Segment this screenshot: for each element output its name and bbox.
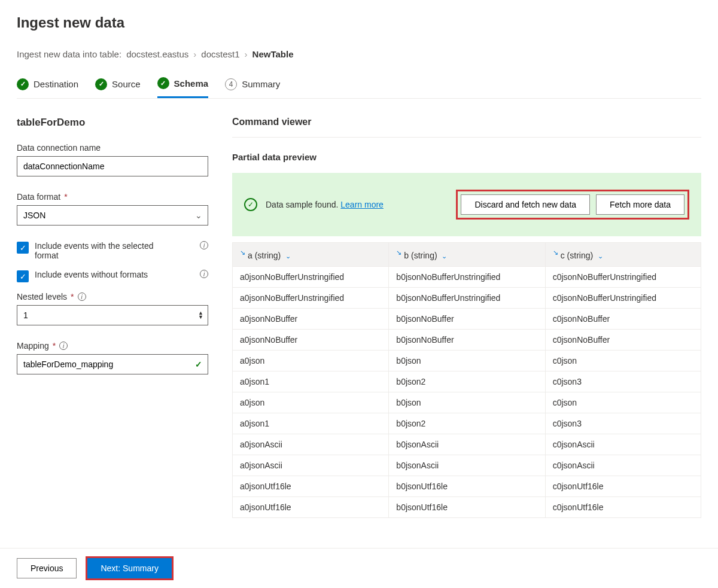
data-format-select[interactable]: [17, 205, 208, 226]
discard-fetch-button[interactable]: Discard and fetch new data: [461, 194, 590, 215]
table-cell: b0json: [389, 350, 545, 371]
data-preview-table: ↘a (string) ⌄↘b (string) ⌄↘c (string) ⌄ …: [232, 242, 701, 518]
table-cell: b0json: [389, 392, 545, 413]
checkbox-label: Include events with the selected format: [35, 241, 172, 260]
include-selected-format-checkbox[interactable]: Include events with the selected format …: [17, 241, 208, 260]
column-header[interactable]: ↘b (string) ⌄: [389, 243, 545, 267]
highlighted-actions: Discard and fetch new data Fetch more da…: [456, 190, 689, 220]
table-row: a0jsonAsciib0jsonAsciic0jsonAscii: [233, 434, 701, 455]
include-without-format-checkbox[interactable]: Include events without formats i: [17, 270, 208, 282]
check-icon: [157, 77, 169, 89]
table-cell: a0jsonNoBuffer: [233, 308, 389, 329]
table-cell: c0json: [545, 392, 701, 413]
table-cell: b0jsonNoBufferUnstringified: [389, 287, 545, 308]
command-viewer-heading[interactable]: Command viewer: [232, 117, 701, 138]
nested-levels-label: Nested levels* i: [17, 292, 208, 301]
table-cell: a0jsonAscii: [233, 434, 389, 455]
column-header[interactable]: ↘a (string) ⌄: [233, 243, 389, 267]
table-row: a0jsonNoBufferUnstringifiedb0jsonNoBuffe…: [233, 287, 701, 308]
column-header[interactable]: ↘c (string) ⌄: [545, 243, 701, 267]
table-cell: c0jsonUtf16le: [545, 476, 701, 496]
table-row: a0jsonb0jsonc0json: [233, 392, 701, 413]
table-row: a0json1b0json2c0json3: [233, 371, 701, 392]
mapping-select[interactable]: [17, 354, 208, 374]
chevron-right-icon: ›: [245, 49, 248, 59]
breadcrumb-item[interactable]: docstest1: [201, 49, 239, 59]
table-cell: b0json2: [389, 371, 545, 392]
check-icon: ✓: [195, 359, 202, 369]
info-icon[interactable]: i: [200, 270, 208, 278]
data-format-label: Data format*: [17, 192, 208, 202]
chevron-down-icon: ⌄: [598, 252, 603, 260]
step-schema[interactable]: Schema: [157, 77, 209, 98]
table-cell: c0json3: [545, 413, 701, 434]
step-summary[interactable]: 4 Summary: [225, 78, 280, 98]
step-label: Summary: [242, 79, 280, 89]
table-cell: c0jsonNoBufferUnstringified: [545, 266, 701, 287]
table-cell: a0json1: [233, 413, 389, 434]
table-row: a0jsonNoBufferb0jsonNoBufferc0jsonNoBuff…: [233, 308, 701, 329]
info-icon[interactable]: i: [200, 241, 208, 249]
table-row: a0jsonNoBufferb0jsonNoBufferc0jsonNoBuff…: [233, 329, 701, 350]
step-number-icon: 4: [225, 78, 237, 90]
table-row: a0jsonUtf16leb0jsonUtf16lec0jsonUtf16le: [233, 476, 701, 496]
table-cell: a0jsonNoBufferUnstringified: [233, 266, 389, 287]
chevron-down-icon: ⌄: [442, 252, 447, 260]
checkbox-label: Include events without formats: [35, 270, 148, 279]
nested-levels-input[interactable]: [17, 305, 208, 325]
table-cell: a0jsonAscii: [233, 455, 389, 476]
breadcrumb-item[interactable]: docstest.eastus: [126, 49, 188, 59]
table-cell: c0jsonNoBufferUnstringified: [545, 287, 701, 308]
table-cell: b0jsonAscii: [389, 434, 545, 455]
table-cell: a0jsonUtf16le: [233, 476, 389, 496]
step-label: Schema: [174, 78, 209, 89]
info-icon[interactable]: i: [78, 293, 86, 301]
table-row: a0jsonUtf16leb0jsonUtf16lec0jsonUtf16le: [233, 496, 701, 517]
chevron-right-icon: ›: [193, 49, 196, 59]
table-cell: a0json: [233, 350, 389, 371]
table-row: a0jsonb0jsonc0json: [233, 350, 701, 371]
info-icon[interactable]: i: [59, 342, 68, 350]
table-cell: b0jsonUtf16le: [389, 476, 545, 496]
table-cell: a0jsonUtf16le: [233, 496, 389, 517]
connection-name-input[interactable]: [17, 156, 208, 176]
partial-preview-heading: Partial data preview: [232, 152, 701, 162]
wizard-steps: Destination Source Schema 4 Summary: [17, 77, 701, 99]
table-cell: c0jsonAscii: [545, 455, 701, 476]
next-summary-button[interactable]: Next: Summary: [87, 558, 171, 578]
fetch-more-button[interactable]: Fetch more data: [596, 194, 684, 215]
chevron-down-icon: ⌄: [285, 252, 291, 260]
checkbox-checked-icon: [17, 242, 29, 254]
table-cell: b0jsonNoBuffer: [389, 308, 545, 329]
table-row: a0json1b0json2c0json3: [233, 413, 701, 434]
check-icon: [17, 78, 29, 90]
table-cell: b0jsonUtf16le: [389, 496, 545, 517]
step-destination[interactable]: Destination: [17, 78, 78, 98]
column-type-icon: ↘: [396, 249, 401, 256]
learn-more-link[interactable]: Learn more: [340, 200, 384, 209]
breadcrumb-item-current: NewTable: [252, 49, 294, 59]
data-sample-banner: Data sample found. Learn more Discard an…: [232, 173, 701, 236]
checkbox-checked-icon: [17, 270, 29, 282]
table-cell: a0jsonNoBuffer: [233, 329, 389, 350]
step-source[interactable]: Source: [95, 78, 141, 98]
check-icon: [95, 78, 107, 90]
table-cell: c0json: [545, 350, 701, 371]
success-icon: [244, 198, 257, 211]
previous-button[interactable]: Previous: [17, 558, 77, 578]
table-cell: a0json: [233, 392, 389, 413]
table-cell: a0json1: [233, 371, 389, 392]
table-row: a0jsonAsciib0jsonAsciic0jsonAscii: [233, 455, 701, 476]
table-cell: b0jsonAscii: [389, 455, 545, 476]
table-cell: c0jsonNoBuffer: [545, 308, 701, 329]
table-cell: c0json3: [545, 371, 701, 392]
table-row: a0jsonNoBufferUnstringifiedb0jsonNoBuffe…: [233, 266, 701, 287]
banner-text: Data sample found. Learn more: [266, 200, 384, 209]
table-cell: b0jsonNoBuffer: [389, 329, 545, 350]
table-cell: c0jsonUtf16le: [545, 496, 701, 517]
table-cell: c0jsonNoBuffer: [545, 329, 701, 350]
table-cell: a0jsonNoBufferUnstringified: [233, 287, 389, 308]
wizard-footer: Previous Next: Summary: [0, 548, 718, 588]
connection-name-label: Data connection name: [17, 143, 208, 153]
table-cell: b0json2: [389, 413, 545, 434]
